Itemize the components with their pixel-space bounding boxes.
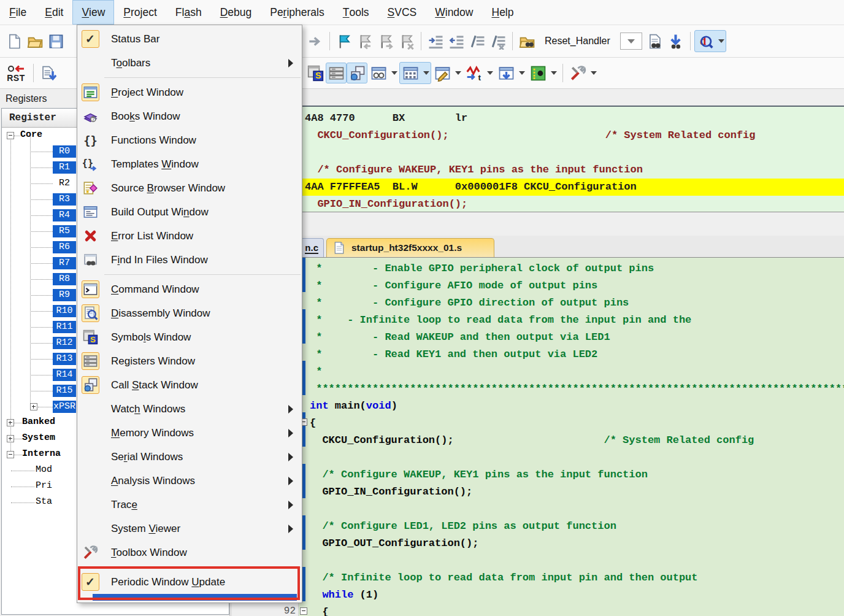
disassembly-line: 4AA F7FFFEA5 BL.W 0x000001F8 CKCU_Config… [232, 179, 844, 196]
expand-icon[interactable] [30, 403, 37, 410]
doc-down-button[interactable] [37, 63, 58, 83]
view-menu-item-error-list-window[interactable]: Error List Window [77, 224, 302, 248]
collapse-icon[interactable] [7, 451, 14, 458]
view-menu-item-source-browser-window[interactable]: Source Browser Window [77, 176, 302, 200]
menu-item-label: Toolbars [103, 57, 150, 69]
view-menu-item-toolbars[interactable]: Toolbars [77, 51, 302, 75]
menubar-item-window[interactable]: Window [426, 0, 482, 25]
menubar-item-help[interactable]: Help [482, 0, 523, 25]
view-menu-item-memory-windows[interactable]: Memory Windows [77, 421, 302, 445]
bookmark-clear-button[interactable] [396, 31, 417, 52]
symbols-window-button[interactable]: S [305, 63, 326, 83]
menubar-item-svcs[interactable]: SVCS [378, 0, 426, 25]
view-menu-item-watch-windows[interactable]: Watch Windows [77, 397, 302, 421]
register-name: xPSR [53, 401, 76, 413]
comment-button[interactable] [467, 31, 488, 52]
code-editor[interactable]: * - Enable GPIO peripheral clock of outp… [232, 258, 844, 616]
jump-arrow-button[interactable] [305, 31, 326, 52]
view-menu-item-build-output-window[interactable]: Build Output Window [77, 200, 302, 224]
watch-window-button[interactable] [367, 62, 399, 84]
uncomment-button[interactable] [488, 31, 508, 52]
menubar-item-project[interactable]: Project [114, 0, 166, 25]
view-menu-item-call-stack-window[interactable]: Call Stack Window [77, 373, 302, 397]
tree-label: Sta [36, 496, 52, 507]
menubar-item-tools[interactable]: Tools [334, 0, 378, 25]
register-name: R15 [53, 385, 76, 397]
menubar-item-peripherals[interactable]: Peripherals [261, 0, 334, 25]
toolbox-window-icon [82, 544, 99, 561]
disassembly-window[interactable]: 4A8 4770 BX lr CKCU_Configuration(); /* … [232, 107, 844, 212]
svg-text:t: t [478, 73, 481, 82]
submenu-arrow-icon [288, 429, 293, 437]
build-output-icon [82, 203, 99, 221]
expand-icon[interactable] [7, 435, 14, 442]
bookmark-next-button[interactable] [375, 31, 396, 52]
new-document-button[interactable] [4, 31, 25, 52]
dq-magnifier-icon: d [695, 31, 716, 52]
bookmark-flag-button[interactable] [334, 31, 355, 52]
tree-line [31, 343, 53, 344]
tree-line [38, 407, 53, 407]
view-menu-item-status-bar[interactable]: ✓Status Bar [77, 27, 302, 51]
expand-icon[interactable] [7, 419, 14, 426]
save-button[interactable] [45, 31, 66, 52]
fold-marker-icon[interactable] [300, 607, 307, 615]
outdent-button[interactable] [446, 31, 467, 52]
toolbar-separator [33, 64, 34, 82]
find-in-files-icon [82, 251, 99, 269]
menu-item-label: Templates Window [103, 158, 199, 171]
toolbar-separator [512, 32, 513, 50]
menu-icon-gutter [77, 203, 103, 221]
view-menu-item-system-viewer[interactable]: System Viewer [77, 517, 302, 541]
chevron-down-icon [718, 39, 724, 43]
view-menu-item-find-in-files-window[interactable]: Find In Files Window [77, 248, 302, 272]
view-menu-item-books-window[interactable]: ?Books Window [77, 104, 302, 128]
call-stack-window-button[interactable] [347, 63, 367, 83]
tab-startup-file[interactable]: startup_ht32f5xxxx_01.s [326, 238, 494, 257]
register-name: R8 [53, 273, 76, 285]
view-menu-item-project-window[interactable]: Project Window [77, 80, 302, 104]
menu-item-label: Find In Files Window [103, 254, 208, 266]
open-folder-button[interactable] [25, 31, 45, 52]
collapse-icon[interactable] [7, 132, 14, 139]
view-menu-item-analysis-windows[interactable]: Analysis Windows [77, 469, 302, 493]
view-menu-item-trace[interactable]: Trace [77, 493, 302, 517]
bookmark-prev-button[interactable] [355, 31, 375, 52]
registers-window-button[interactable] [326, 63, 347, 83]
toolbar-separator [329, 32, 330, 50]
menubar-item-debug[interactable]: Debug [211, 0, 261, 25]
view-menu-item-serial-windows[interactable]: Serial Windows [77, 445, 302, 469]
toolbox-window-button[interactable] [567, 62, 599, 84]
disassembly-line: CKCU_Configuration(); /* System Related … [232, 127, 844, 144]
editor-tab-bar: n.c startup_ht32f5xxxx_01.s [232, 236, 844, 258]
menubar-item-view[interactable]: View [72, 0, 114, 25]
doc-binoculars-button[interactable] [645, 31, 666, 52]
system-viewer-button[interactable] [527, 62, 559, 84]
register-name: R1 [53, 161, 76, 174]
analysis-window-button[interactable] [495, 62, 527, 84]
find-in-files-folder-button[interactable] [516, 31, 537, 52]
down-binoculars-button[interactable] [666, 31, 686, 52]
view-menu-item-command-window[interactable]: Command Window [77, 277, 302, 301]
memory-window-button[interactable] [399, 62, 431, 84]
menubar-item-flash[interactable]: Flash [166, 0, 211, 25]
view-menu-item-toolbox-window[interactable]: Toolbox Window [77, 541, 302, 564]
view-menu-item-registers-window[interactable]: Registers Window [77, 349, 302, 373]
trace-button[interactable]: t [463, 62, 495, 84]
tree-label: System [22, 433, 55, 443]
serial-window-button[interactable] [431, 62, 463, 84]
command-window-icon [82, 280, 99, 298]
view-menu-item-symbols-window[interactable]: SSymbols Window [77, 325, 302, 349]
serial-window-icon [432, 63, 453, 83]
view-menu-item-functions-window[interactable]: {}Functions Window [77, 128, 302, 152]
view-menu-item-periodic-window-update[interactable]: ✓Periodic Window Update [77, 570, 302, 594]
register-name: R14 [53, 369, 76, 381]
menubar-item-edit[interactable]: Edit [36, 0, 72, 25]
view-menu-item-disassembly-window[interactable]: Disassembly Window [77, 301, 302, 325]
view-menu-item-templates-window[interactable]: {}Templates Window [77, 152, 302, 176]
options-dropdown-button[interactable] [620, 33, 642, 50]
dq-magnifier-button[interactable]: d [694, 30, 726, 52]
reset-button[interactable]: RST [2, 60, 29, 86]
indent-button[interactable] [425, 31, 446, 52]
menubar-item-file[interactable]: File [0, 0, 36, 25]
